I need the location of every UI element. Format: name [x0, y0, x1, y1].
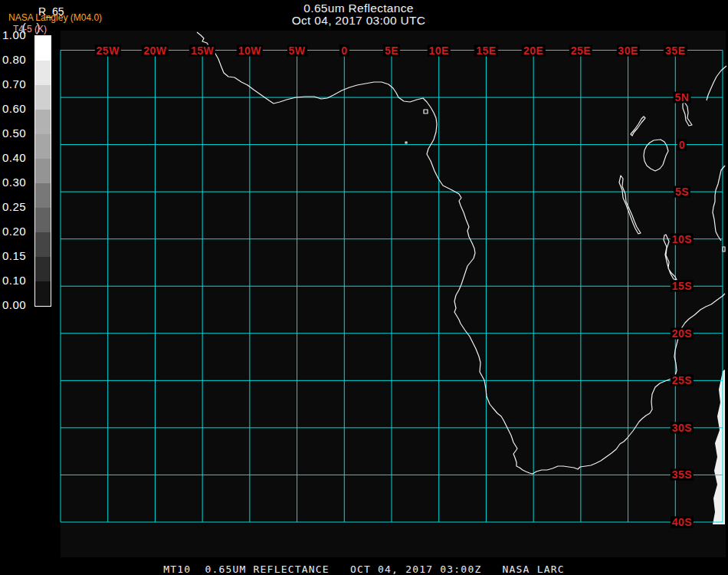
colorbar-tick-label: 0.80 — [2, 54, 26, 66]
lon-tick-label: 20E — [522, 44, 545, 56]
lon-tick-label: 25W — [95, 44, 121, 56]
satellite-reflectance-viewer: 0.65um Reflectance Oct 04, 2017 03:00 UT… — [0, 0, 728, 575]
colorbar-segment — [35, 36, 51, 61]
colorbar — [34, 35, 51, 307]
colorbar-tick-label: 0.10 — [2, 274, 26, 287]
lat-tick-label: 5N — [674, 92, 691, 104]
lon-tick-label: 25E — [569, 44, 592, 56]
lat-tick-label: 20S — [671, 327, 694, 339]
colorbar-tick-label: 0.60 — [2, 103, 26, 115]
lat-tick-label: 40S — [671, 517, 694, 528]
lat-tick-label: 10S — [671, 233, 694, 245]
lat-tick-label: 30S — [671, 422, 694, 433]
colorbar-segment — [35, 110, 51, 134]
lat-tick-label: 25S — [671, 375, 694, 386]
colorbar-segment — [35, 281, 51, 306]
lon-tick-label: 5W — [287, 44, 307, 56]
colorbar-segment — [35, 159, 51, 183]
colorbar-segment — [35, 61, 51, 85]
lat-tick-label: 35S — [671, 469, 694, 481]
lon-tick-label: 5E — [383, 44, 400, 56]
colorbar-tick-label: 0.50 — [2, 127, 26, 140]
colorbar-tick-label: 1.00 — [2, 29, 26, 41]
colorbar-tick-label: 0.00 — [2, 299, 26, 311]
colorbar-segment — [35, 232, 51, 257]
lat-tick-label: 0 — [677, 139, 687, 150]
lon-tick-label: 35E — [664, 44, 687, 56]
footer-caption: MT10 0.65UM REFLECTANCE OCT 04, 2017 03:… — [0, 564, 728, 575]
lat-tick-label: 5S — [674, 186, 690, 198]
colorbar-tick-label: 0.20 — [2, 225, 26, 238]
colorbar-tick-label: 0.15 — [2, 250, 26, 262]
colorbar-segment — [35, 208, 51, 232]
lat-tick-label: 15S — [671, 281, 694, 292]
lon-tick-label: 10E — [427, 44, 450, 56]
lon-tick-label: 0 — [339, 44, 349, 56]
lon-tick-label: 20W — [142, 44, 168, 56]
lon-tick-label: 15E — [474, 44, 497, 56]
map-canvas — [0, 0, 728, 575]
colorbar-tick-label: 0.25 — [2, 201, 26, 213]
colorbar-tick-label: 0.30 — [2, 176, 26, 189]
colorbar-segment — [35, 183, 51, 208]
colorbar-segment — [35, 85, 51, 110]
lon-tick-label: 15W — [189, 44, 215, 56]
colorbar-segment — [35, 257, 51, 281]
lon-tick-label: 30E — [616, 44, 639, 56]
colorbar-tick-label: 0.70 — [2, 78, 26, 90]
satellite-data-area — [61, 31, 726, 557]
lon-tick-label: 10W — [237, 44, 263, 56]
colorbar-segment — [35, 134, 51, 159]
colorbar-tick-label: 0.40 — [2, 152, 26, 164]
